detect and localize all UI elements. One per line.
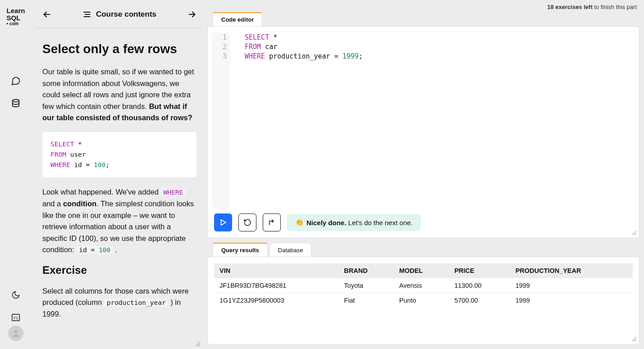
prev-button[interactable] bbox=[41, 8, 53, 21]
menu-icon bbox=[82, 10, 91, 19]
editor-resize-handle[interactable] bbox=[631, 230, 637, 236]
svg-point-3 bbox=[14, 330, 17, 333]
results-panel: VIN BRAND MODEL PRICE PRODUCTION_YEAR JF… bbox=[207, 257, 639, 344]
left-rail: Learn SQL • com F1 bbox=[0, 0, 32, 349]
avatar[interactable] bbox=[8, 326, 23, 341]
lesson-paragraph-1: Our table is quite small, so if we wante… bbox=[42, 66, 196, 124]
results-tabs: Query results Database bbox=[207, 243, 639, 257]
brand-logo[interactable]: Learn SQL • com bbox=[7, 5, 25, 35]
lesson-code-example: SELECT * FROM user WHERE id = 100; bbox=[42, 132, 196, 178]
col-production-year: PRODUCTION_YEAR bbox=[510, 263, 633, 278]
line-gutter: 123 bbox=[212, 33, 230, 208]
next-button[interactable] bbox=[186, 8, 198, 21]
brand-line1: Learn bbox=[7, 7, 25, 14]
feedback-banner: 👏 Nicely done. Let's do the next one. bbox=[287, 214, 421, 231]
code-content[interactable]: SELECT * FROM car WHERE production_year … bbox=[230, 33, 363, 208]
svg-text:F1: F1 bbox=[14, 316, 18, 320]
database-icon[interactable] bbox=[8, 95, 24, 112]
svg-point-0 bbox=[13, 100, 19, 102]
arrow-right-turn-icon bbox=[268, 218, 276, 227]
lesson-title: Select only a few rows bbox=[42, 42, 196, 56]
undo-icon bbox=[243, 218, 251, 227]
col-price: PRICE bbox=[449, 263, 510, 278]
table-row: JF1BR93D7BG498281 Toyota Avensis 11300.0… bbox=[214, 278, 633, 293]
tab-query-results[interactable]: Query results bbox=[213, 243, 268, 257]
results-section: Query results Database VIN BRAND MODEL P… bbox=[207, 243, 639, 344]
lesson-resize-handle[interactable] bbox=[195, 341, 201, 347]
editor-toolbar: 👏 Nicely done. Let's do the next one. bbox=[208, 208, 639, 238]
lesson-nav: Course contents bbox=[36, 5, 203, 28]
editor-tabs: Code editor bbox=[207, 12, 639, 26]
table-row: 1G1YZ23J9P5800003 Fiat Punto 5700.00 199… bbox=[214, 293, 633, 308]
code-editor-panel: 123 SELECT * FROM car WHERE production_y… bbox=[207, 26, 639, 238]
course-contents-label: Course contents bbox=[96, 10, 156, 19]
brand-line2: SQL bbox=[7, 14, 25, 22]
brand-line3: • com bbox=[7, 22, 25, 27]
progress-indicator: 18 exercises left to finish this part bbox=[207, 4, 639, 12]
course-contents-button[interactable]: Course contents bbox=[82, 10, 156, 19]
tab-database[interactable]: Database bbox=[269, 243, 312, 257]
exercise-heading: Exercise bbox=[42, 264, 196, 276]
lesson-column: Course contents Select only a few rows O… bbox=[32, 0, 207, 349]
svg-marker-4 bbox=[221, 220, 226, 225]
tab-code-editor[interactable]: Code editor bbox=[213, 12, 262, 26]
run-button[interactable] bbox=[214, 213, 232, 231]
share-button[interactable] bbox=[263, 213, 281, 231]
clap-icon: 👏 bbox=[295, 218, 304, 227]
workspace-column: 18 exercises left to finish this part Co… bbox=[207, 0, 644, 349]
exercise-text: Select all columns for those cars which … bbox=[42, 286, 196, 320]
play-icon bbox=[219, 218, 227, 227]
results-resize-handle[interactable] bbox=[631, 336, 637, 342]
chat-icon[interactable] bbox=[8, 73, 24, 89]
table-header-row: VIN BRAND MODEL PRICE PRODUCTION_YEAR bbox=[214, 263, 633, 278]
lesson-paragraph-2: Look what happened. We've added WHERE an… bbox=[42, 186, 196, 255]
col-brand: BRAND bbox=[338, 263, 393, 278]
col-model: MODEL bbox=[394, 263, 449, 278]
lesson-body: Select only a few rows Our table is quit… bbox=[36, 28, 203, 349]
keyboard-f1-icon[interactable]: F1 bbox=[8, 309, 24, 326]
code-editor[interactable]: 123 SELECT * FROM car WHERE production_y… bbox=[208, 27, 639, 208]
results-table: VIN BRAND MODEL PRICE PRODUCTION_YEAR JF… bbox=[214, 263, 633, 308]
moon-icon[interactable] bbox=[8, 287, 24, 303]
reset-button[interactable] bbox=[238, 213, 256, 231]
col-vin: VIN bbox=[214, 263, 338, 278]
